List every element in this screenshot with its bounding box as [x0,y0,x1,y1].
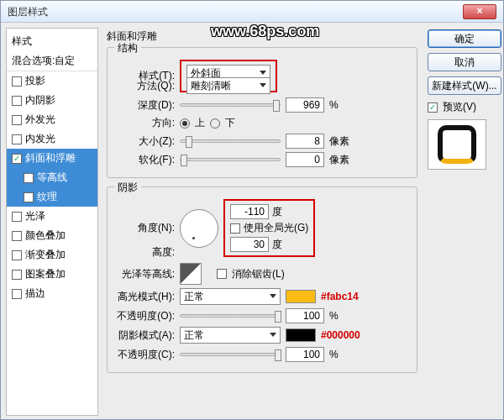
shadow-opacity-label: 不透明度(C): [116,348,175,362]
watermark: www.68ps.com [211,23,319,40]
layer-style-dialog: 图层样式 × 样式 混合选项:自定 投影 内阴影 外发光 内发光 斜面和浮雕 等… [0,0,504,420]
highlight-opacity-slider[interactable] [180,314,281,318]
checkbox-icon[interactable] [12,96,22,106]
sidebar-item-satin[interactable]: 光泽 [7,207,97,226]
sidebar-item-inner-shadow[interactable]: 内阴影 [7,91,97,110]
checkbox-icon[interactable] [24,173,34,183]
sidebar-item-gradient-overlay[interactable]: 渐变叠加 [7,245,97,265]
highlight-mode-label: 高光模式(H): [116,290,175,304]
sidebar-item-bevel-emboss[interactable]: 斜面和浮雕 [7,149,97,168]
technique-label: 方法(Q): [116,79,175,93]
sidebar-item-pattern-overlay[interactable]: 图案叠加 [7,265,97,284]
size-input[interactable]: 8 [286,134,324,149]
sidebar-item-texture[interactable]: 纹理 [7,187,97,207]
preview-thumbnail [428,119,486,170]
checkbox-icon[interactable] [12,270,22,280]
shadow-color-swatch[interactable] [286,328,316,342]
preview-icon [438,125,476,164]
soften-label: 软化(F): [116,153,175,167]
shadow-opacity-input[interactable]: 100 [286,347,324,362]
checkbox-icon[interactable] [12,250,22,260]
sidebar-item-drop-shadow[interactable]: 投影 [7,71,97,91]
window-title: 图层样式 [8,1,48,23]
depth-input[interactable]: 969 [286,97,324,113]
angle-dial[interactable] [180,209,218,248]
angle-label: 角度(N): [116,221,175,235]
shading-legend: 阴影 [114,181,141,195]
direction-down-radio[interactable] [210,118,220,129]
chevron-down-icon [270,294,276,298]
checkbox-icon[interactable] [12,212,22,222]
size-label: 大小(Z): [116,134,175,149]
structure-legend: 结构 [114,41,141,55]
shading-group: 阴影 角度(N): -110 度 使用全局光(G) [107,186,417,373]
altitude-label: 高度: [116,245,175,260]
chevron-down-icon [260,83,266,87]
titlebar: 图层样式 × [1,1,503,23]
direction-up-radio[interactable] [180,118,190,129]
technique-select[interactable]: 雕刻清晰 [186,77,270,94]
altitude-input[interactable]: 30 [230,237,269,252]
gloss-contour-label: 光泽等高线: [116,267,175,281]
cancel-button[interactable]: 取消 [428,53,501,71]
highlight-color-swatch[interactable] [286,290,316,303]
direction-label: 方向: [116,116,175,130]
size-slider[interactable] [180,139,281,143]
main-panel: www.68ps.com 斜面和浮雕 结构 样式(T): 外斜面 [102,23,423,420]
global-light-checkbox[interactable] [230,223,240,234]
checkbox-icon[interactable] [12,289,22,299]
checkbox-icon[interactable] [12,134,22,144]
hex-annotation: #fabc14 [321,291,359,302]
gloss-contour-picker[interactable] [180,263,202,285]
ok-button[interactable]: 确定 [428,29,501,48]
sidebar-item-color-overlay[interactable]: 颜色叠加 [7,226,97,245]
angle-input[interactable]: -110 [230,204,269,219]
sidebar-header: 样式 [7,32,97,51]
right-column: 确定 取消 新建样式(W)... 预览(V) [423,23,503,420]
new-style-button[interactable]: 新建样式(W)... [428,76,501,95]
structure-group: 结构 样式(T): 外斜面 方法(Q): [107,47,417,178]
checkbox-icon[interactable] [24,192,34,202]
depth-slider[interactable] [180,103,281,107]
chevron-down-icon [270,333,276,337]
soften-input[interactable]: 0 [286,152,324,167]
depth-label: 深度(D): [116,98,175,113]
sidebar-item-contour[interactable]: 等高线 [7,168,97,187]
shadow-mode-select[interactable]: 正常 [180,327,281,344]
antialias-checkbox[interactable] [217,269,227,279]
shadow-opacity-slider[interactable] [180,353,281,356]
hex-annotation: #000000 [321,329,360,341]
checkbox-icon[interactable] [12,231,22,241]
close-button[interactable]: × [463,4,496,19]
sidebar-item-inner-glow[interactable]: 内发光 [7,129,97,149]
highlight-opacity-label: 不透明度(O): [116,309,175,323]
styles-sidebar: 样式 混合选项:自定 投影 内阴影 外发光 内发光 斜面和浮雕 等高线 纹理 光… [6,28,98,416]
chevron-down-icon [260,71,266,75]
highlight-mode-select[interactable]: 正常 [180,288,281,305]
soften-slider[interactable] [180,158,281,161]
checkbox-icon[interactable] [12,76,22,87]
preview-checkbox[interactable] [428,102,438,113]
highlight-opacity-input[interactable]: 100 [286,308,324,323]
highlight-box: -110 度 使用全局光(G) 30 度 [223,199,315,257]
sidebar-item-outer-glow[interactable]: 外发光 [7,110,97,129]
sidebar-item-stroke[interactable]: 描边 [7,284,97,303]
checkbox-icon[interactable] [12,115,22,125]
shadow-mode-label: 阴影模式(A): [116,328,175,343]
blend-options[interactable]: 混合选项:自定 [7,51,97,71]
checkbox-icon[interactable] [12,154,22,164]
